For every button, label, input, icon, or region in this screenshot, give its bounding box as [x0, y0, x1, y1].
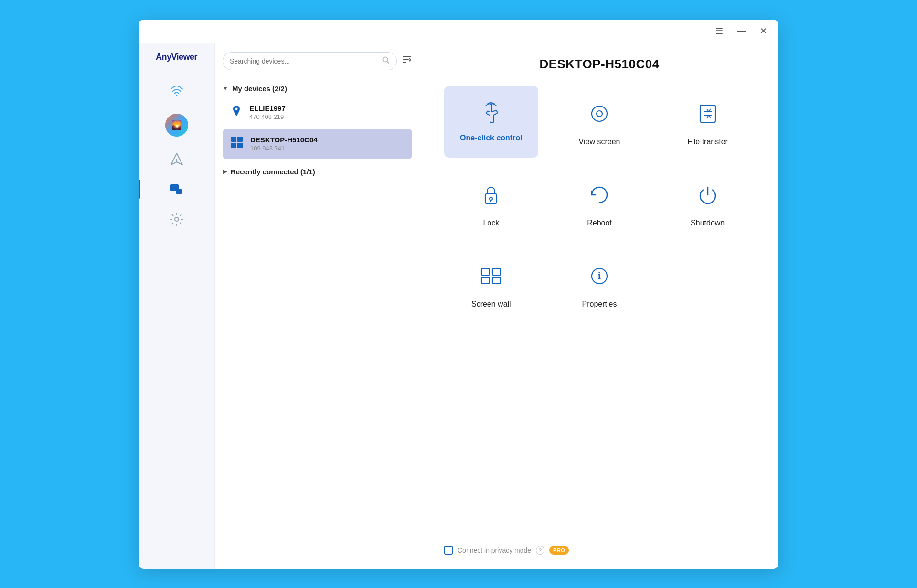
- svg-rect-29: [492, 277, 501, 284]
- svg-rect-17: [237, 143, 243, 148]
- action-view-screen[interactable]: View screen: [553, 86, 647, 158]
- device-item-desktop[interactable]: DESKTOP-H510C04 109 943 741: [223, 129, 412, 159]
- close-button[interactable]: ✕: [757, 24, 770, 38]
- device-name-ellie: ELLIE1997: [249, 104, 405, 112]
- svg-text:🌄: 🌄: [171, 120, 182, 130]
- lock-label: Lock: [483, 219, 499, 227]
- file-transfer-icon: [695, 101, 720, 131]
- action-file-transfer[interactable]: File transfer: [661, 86, 755, 158]
- action-properties[interactable]: i Properties: [553, 248, 647, 320]
- search-box[interactable]: [223, 52, 397, 70]
- svg-rect-20: [700, 105, 715, 122]
- shutdown-icon: [695, 182, 720, 212]
- svg-line-9: [387, 61, 389, 63]
- svg-rect-15: [237, 137, 243, 142]
- help-icon[interactable]: ?: [536, 546, 544, 555]
- app-brand: AnyViewer: [156, 52, 197, 62]
- send-icon: [170, 152, 184, 166]
- recently-connected-group: ▶ Recently connected (1/1): [223, 166, 412, 178]
- sidebar: AnyViewer: [139, 43, 215, 569]
- one-click-icon-custom: [479, 100, 503, 127]
- sidebar-item-wifi[interactable]: [139, 76, 214, 106]
- properties-label: Properties: [582, 300, 617, 309]
- action-lock[interactable]: Lock: [444, 167, 538, 239]
- sidebar-item-send[interactable]: [139, 144, 214, 174]
- avatar: 🌄: [165, 114, 188, 137]
- svg-point-13: [235, 107, 238, 110]
- privacy-label: Connect in privacy mode: [458, 546, 531, 554]
- svg-text:i: i: [598, 269, 601, 281]
- svg-point-0: [176, 95, 177, 96]
- privacy-row: Connect in privacy mode ? PRO: [444, 541, 755, 555]
- gear-icon: [170, 212, 184, 226]
- view-screen-icon: [587, 101, 612, 131]
- recently-connected-header[interactable]: ▶ Recently connected (1/1): [223, 166, 412, 178]
- sidebar-item-profile[interactable]: 🌄: [139, 106, 214, 144]
- location-icon: [230, 105, 243, 120]
- search-input[interactable]: [230, 57, 378, 65]
- privacy-checkbox[interactable]: [444, 546, 453, 555]
- svg-point-7: [175, 217, 179, 221]
- shutdown-label: Shutdown: [691, 219, 725, 227]
- action-screen-wall[interactable]: Screen wall: [444, 248, 538, 320]
- svg-rect-27: [492, 268, 501, 275]
- device-id-desktop: 109 943 741: [250, 145, 405, 152]
- my-devices-label: My devices (2/2): [232, 85, 287, 93]
- device-info-ellie: ELLIE1997 470 408 219: [249, 104, 405, 120]
- sidebar-item-devices[interactable]: [139, 174, 214, 204]
- reboot-icon: [587, 182, 612, 212]
- title-bar: ☰ — ✕: [139, 20, 778, 43]
- action-shutdown[interactable]: Shutdown: [661, 167, 755, 239]
- action-one-click-control[interactable]: One-click control: [444, 86, 538, 158]
- menu-button[interactable]: ☰: [713, 24, 726, 38]
- search-row: [223, 52, 412, 70]
- svg-rect-16: [231, 143, 236, 148]
- windows-icon: [230, 136, 244, 152]
- chevron-right-icon: ▶: [223, 168, 227, 175]
- sidebar-item-settings[interactable]: [139, 204, 214, 234]
- svg-point-19: [597, 111, 602, 117]
- svg-rect-6: [176, 189, 182, 194]
- screen-wall-label: Screen wall: [471, 300, 511, 309]
- action-grid: One-click control View screen: [444, 86, 755, 320]
- content-inner: ▼ My devices (2/2): [215, 43, 778, 569]
- svg-rect-28: [481, 277, 490, 284]
- wifi-icon: [170, 84, 184, 98]
- properties-icon: i: [587, 264, 612, 293]
- screen-wall-icon: [479, 264, 503, 293]
- reboot-label: Reboot: [587, 219, 612, 227]
- svg-rect-14: [231, 137, 236, 142]
- search-icon: [382, 56, 390, 66]
- view-screen-label: View screen: [579, 138, 620, 146]
- device-item-ellie[interactable]: ELLIE1997 470 408 219: [223, 97, 412, 127]
- my-devices-group: ▼ My devices (2/2): [223, 85, 412, 161]
- pro-badge: PRO: [549, 546, 569, 555]
- action-reboot[interactable]: Reboot: [553, 167, 647, 239]
- chevron-down-icon: ▼: [223, 85, 228, 92]
- app-window: ☰ — ✕ AnyViewer: [139, 20, 778, 569]
- main-layout: AnyViewer: [139, 43, 778, 569]
- recently-connected-label: Recently connected (1/1): [231, 168, 315, 176]
- device-panel: ▼ My devices (2/2): [215, 43, 420, 569]
- minimize-button[interactable]: —: [735, 24, 748, 38]
- device-id-ellie: 470 408 219: [249, 113, 405, 120]
- device-info-desktop: DESKTOP-H510C04 109 943 741: [250, 136, 405, 152]
- svg-point-18: [592, 106, 607, 121]
- svg-point-24: [490, 197, 492, 200]
- svg-rect-26: [481, 268, 490, 275]
- sort-icon[interactable]: [402, 54, 412, 67]
- content-area: ▼ My devices (2/2): [215, 43, 778, 569]
- my-devices-header[interactable]: ▼ My devices (2/2): [223, 85, 412, 93]
- right-panel: DESKTOP-H510C04: [420, 43, 778, 569]
- devices-icon: [169, 182, 184, 197]
- active-indicator: [139, 180, 140, 199]
- one-click-control-label: One-click control: [460, 134, 522, 142]
- file-transfer-label: File transfer: [687, 138, 727, 146]
- lock-icon: [479, 182, 503, 212]
- device-name-desktop: DESKTOP-H510C04: [250, 136, 405, 144]
- selected-device-title: DESKTOP-H510C04: [444, 57, 755, 72]
